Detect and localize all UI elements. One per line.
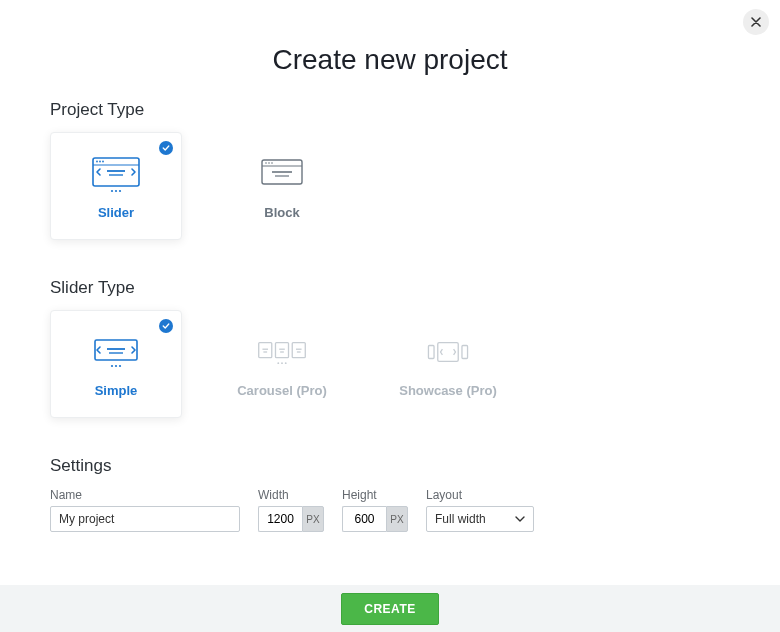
slider-type-heading: Slider Type xyxy=(50,278,730,298)
close-icon xyxy=(751,17,761,27)
svg-point-4 xyxy=(102,160,104,162)
svg-rect-24 xyxy=(275,342,288,357)
svg-rect-37 xyxy=(462,345,468,358)
close-button[interactable] xyxy=(743,9,769,35)
card-label: Showcase (Pro) xyxy=(399,383,497,398)
name-input[interactable] xyxy=(50,506,240,532)
svg-rect-23 xyxy=(259,342,272,357)
field-layout: Layout Full width xyxy=(426,488,534,532)
svg-point-34 xyxy=(285,362,287,364)
showcase-icon xyxy=(421,331,475,373)
card-label: Carousel (Pro) xyxy=(237,383,327,398)
check-icon xyxy=(162,144,170,152)
svg-rect-17 xyxy=(95,340,137,360)
card-label: Block xyxy=(264,205,299,220)
svg-rect-25 xyxy=(292,342,305,357)
field-name: Name xyxy=(50,488,240,532)
svg-point-13 xyxy=(268,162,270,164)
svg-point-21 xyxy=(115,364,117,366)
dialog-title: Create new project xyxy=(50,44,730,76)
unit-px: PX xyxy=(302,506,324,532)
svg-point-20 xyxy=(111,364,113,366)
svg-point-22 xyxy=(119,364,121,366)
svg-point-9 xyxy=(119,189,121,191)
svg-point-32 xyxy=(277,362,279,364)
slider-type-option-carousel: Carousel (Pro) xyxy=(216,310,348,418)
svg-point-33 xyxy=(281,362,283,364)
create-button[interactable]: CREATE xyxy=(341,593,438,625)
field-label: Name xyxy=(50,488,240,502)
project-type-options: Slider Block xyxy=(50,132,730,240)
height-input[interactable] xyxy=(342,506,386,532)
svg-point-3 xyxy=(99,160,101,162)
svg-point-2 xyxy=(96,160,98,162)
slider-type-option-simple[interactable]: Simple xyxy=(50,310,182,418)
field-height: Height PX xyxy=(342,488,408,532)
slider-type-option-showcase: Showcase (Pro) xyxy=(382,310,514,418)
slider-icon xyxy=(89,153,143,195)
unit-px: PX xyxy=(386,506,408,532)
block-icon xyxy=(255,153,309,195)
project-type-option-block[interactable]: Block xyxy=(216,132,348,240)
width-input[interactable] xyxy=(258,506,302,532)
field-width: Width PX xyxy=(258,488,324,532)
field-label: Height xyxy=(342,488,408,502)
svg-point-7 xyxy=(111,189,113,191)
slider-type-options: Simple Carousel (Pro) xyxy=(50,310,730,418)
chevron-down-icon xyxy=(515,516,525,522)
field-label: Width xyxy=(258,488,324,502)
layout-select-value: Full width xyxy=(435,512,486,526)
selected-badge xyxy=(159,141,173,155)
carousel-icon xyxy=(255,331,309,373)
svg-point-8 xyxy=(115,189,117,191)
selected-badge xyxy=(159,319,173,333)
project-type-option-slider[interactable]: Slider xyxy=(50,132,182,240)
field-label: Layout xyxy=(426,488,534,502)
layout-select[interactable]: Full width xyxy=(426,506,534,532)
simple-slider-icon xyxy=(89,331,143,373)
project-type-heading: Project Type xyxy=(50,100,730,120)
svg-point-12 xyxy=(265,162,267,164)
svg-point-14 xyxy=(271,162,273,164)
check-icon xyxy=(162,322,170,330)
dialog-footer: CREATE xyxy=(0,585,780,632)
settings-row: Name Width PX Height PX Layout Full widt… xyxy=(50,488,730,532)
settings-heading: Settings xyxy=(50,456,730,476)
svg-rect-35 xyxy=(428,345,434,358)
card-label: Slider xyxy=(98,205,134,220)
create-project-dialog: Create new project Project Type Slid xyxy=(0,0,780,532)
card-label: Simple xyxy=(95,383,138,398)
